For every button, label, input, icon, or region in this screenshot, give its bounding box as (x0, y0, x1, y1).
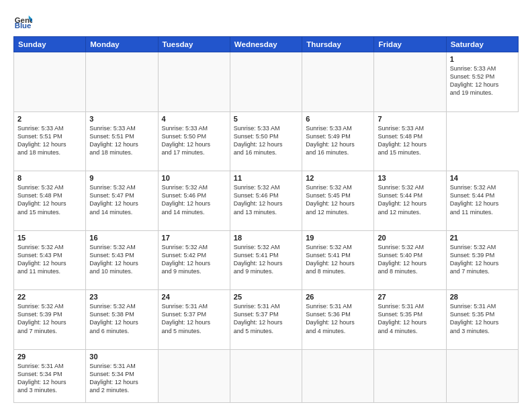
cell-info: Sunrise: 5:32 AMSunset: 5:38 PMDaylight:… (89, 303, 138, 334)
calendar-week-1: 2Sunrise: 5:33 AMSunset: 5:51 PMDaylight… (14, 111, 519, 171)
calendar-cell-empty (158, 52, 230, 112)
calendar-week-2: 8Sunrise: 5:32 AMSunset: 5:48 PMDaylight… (14, 171, 519, 231)
day-number: 19 (306, 234, 370, 242)
calendar-cell-18: 18Sunrise: 5:32 AMSunset: 5:41 PMDayligh… (230, 230, 302, 290)
calendar-cell-11: 11Sunrise: 5:32 AMSunset: 5:46 PMDayligh… (230, 171, 302, 231)
calendar-cell-5: 5Sunrise: 5:33 AMSunset: 5:50 PMDaylight… (230, 111, 302, 171)
page-header: General Blue (13, 11, 519, 30)
col-header-thursday: Thursday (302, 37, 374, 52)
calendar-cell-1: 1Sunrise: 5:33 AMSunset: 5:52 PMDaylight… (446, 52, 518, 112)
col-header-saturday: Saturday (446, 37, 518, 52)
cell-info: Sunrise: 5:32 AMSunset: 5:42 PMDaylight:… (162, 244, 211, 275)
calendar-cell-24: 24Sunrise: 5:31 AMSunset: 5:37 PMDayligh… (158, 290, 230, 350)
day-number: 10 (162, 174, 226, 182)
day-number: 28 (450, 293, 515, 301)
day-number: 5 (234, 115, 298, 123)
cell-info: Sunrise: 5:33 AMSunset: 5:49 PMDaylight:… (306, 125, 355, 156)
calendar-cell-empty (86, 52, 158, 112)
cell-info: Sunrise: 5:33 AMSunset: 5:51 PMDaylight:… (17, 125, 66, 156)
calendar-cell-21: 21Sunrise: 5:32 AMSunset: 5:39 PMDayligh… (446, 230, 518, 290)
calendar-week-4: 22Sunrise: 5:32 AMSunset: 5:39 PMDayligh… (14, 290, 519, 350)
day-number: 11 (234, 174, 298, 182)
calendar-cell-empty (302, 349, 374, 402)
cell-info: Sunrise: 5:32 AMSunset: 5:41 PMDaylight:… (306, 244, 355, 275)
cell-info: Sunrise: 5:32 AMSunset: 5:48 PMDaylight:… (17, 184, 66, 215)
calendar-cell-14: 14Sunrise: 5:32 AMSunset: 5:44 PMDayligh… (446, 171, 518, 231)
day-number: 30 (89, 353, 154, 361)
calendar-table: SundayMondayTuesdayWednesdayThursdayFrid… (13, 36, 519, 403)
day-number: 13 (378, 174, 442, 182)
calendar-week-3: 15Sunrise: 5:32 AMSunset: 5:43 PMDayligh… (14, 230, 519, 290)
cell-info: Sunrise: 5:32 AMSunset: 5:41 PMDaylight:… (234, 244, 283, 275)
calendar-cell-25: 25Sunrise: 5:31 AMSunset: 5:37 PMDayligh… (230, 290, 302, 350)
day-number: 3 (89, 115, 154, 123)
col-header-monday: Monday (86, 37, 158, 52)
day-number: 24 (162, 293, 226, 301)
day-number: 26 (306, 293, 370, 301)
calendar-cell-15: 15Sunrise: 5:32 AMSunset: 5:43 PMDayligh… (14, 230, 86, 290)
calendar-cell-16: 16Sunrise: 5:32 AMSunset: 5:43 PMDayligh… (86, 230, 158, 290)
cell-info: Sunrise: 5:31 AMSunset: 5:35 PMDaylight:… (378, 303, 427, 334)
cell-info: Sunrise: 5:31 AMSunset: 5:36 PMDaylight:… (306, 303, 355, 334)
calendar-cell-empty (374, 349, 446, 402)
col-header-tuesday: Tuesday (158, 37, 230, 52)
calendar-cell-3: 3Sunrise: 5:33 AMSunset: 5:51 PMDaylight… (86, 111, 158, 171)
cell-info: Sunrise: 5:32 AMSunset: 5:46 PMDaylight:… (162, 184, 211, 215)
calendar-cell-13: 13Sunrise: 5:32 AMSunset: 5:44 PMDayligh… (374, 171, 446, 231)
cell-info: Sunrise: 5:32 AMSunset: 5:39 PMDaylight:… (17, 303, 66, 334)
cell-info: Sunrise: 5:32 AMSunset: 5:45 PMDaylight:… (306, 184, 355, 215)
calendar-week-5: 29Sunrise: 5:31 AMSunset: 5:34 PMDayligh… (14, 349, 519, 402)
calendar-cell-empty (302, 52, 374, 112)
calendar-cell-23: 23Sunrise: 5:32 AMSunset: 5:38 PMDayligh… (86, 290, 158, 350)
cell-info: Sunrise: 5:33 AMSunset: 5:51 PMDaylight:… (89, 125, 138, 156)
cell-info: Sunrise: 5:31 AMSunset: 5:37 PMDaylight:… (234, 303, 283, 334)
cell-info: Sunrise: 5:33 AMSunset: 5:50 PMDaylight:… (234, 125, 283, 156)
calendar-cell-empty (14, 52, 86, 112)
cell-info: Sunrise: 5:32 AMSunset: 5:43 PMDaylight:… (89, 244, 138, 275)
cell-info: Sunrise: 5:33 AMSunset: 5:48 PMDaylight:… (378, 125, 427, 156)
calendar-cell-4: 4Sunrise: 5:33 AMSunset: 5:50 PMDaylight… (158, 111, 230, 171)
day-number: 21 (450, 234, 515, 242)
day-number: 12 (306, 174, 370, 182)
calendar-cell-12: 12Sunrise: 5:32 AMSunset: 5:45 PMDayligh… (302, 171, 374, 231)
day-number: 15 (17, 234, 82, 242)
calendar-cell-2: 2Sunrise: 5:33 AMSunset: 5:51 PMDaylight… (14, 111, 86, 171)
calendar-cell-20: 20Sunrise: 5:32 AMSunset: 5:40 PMDayligh… (374, 230, 446, 290)
day-number: 6 (306, 115, 370, 123)
calendar-cell-26: 26Sunrise: 5:31 AMSunset: 5:36 PMDayligh… (302, 290, 374, 350)
cell-info: Sunrise: 5:32 AMSunset: 5:39 PMDaylight:… (450, 244, 499, 275)
cell-info: Sunrise: 5:32 AMSunset: 5:44 PMDaylight:… (378, 184, 427, 215)
calendar-cell-7: 7Sunrise: 5:33 AMSunset: 5:48 PMDaylight… (374, 111, 446, 171)
cell-info: Sunrise: 5:33 AMSunset: 5:50 PMDaylight:… (162, 125, 211, 156)
day-number: 7 (378, 115, 442, 123)
svg-text:Blue: Blue (15, 21, 32, 30)
logo: General Blue (13, 11, 35, 30)
cell-info: Sunrise: 5:31 AMSunset: 5:35 PMDaylight:… (450, 303, 499, 334)
col-header-friday: Friday (374, 37, 446, 52)
calendar-cell-empty (374, 52, 446, 112)
cell-info: Sunrise: 5:32 AMSunset: 5:43 PMDaylight:… (17, 244, 66, 275)
cell-info: Sunrise: 5:33 AMSunset: 5:52 PMDaylight:… (450, 65, 499, 96)
calendar-cell-empty (446, 349, 518, 402)
calendar-cell-empty (230, 349, 302, 402)
day-number: 18 (234, 234, 298, 242)
cell-info: Sunrise: 5:31 AMSunset: 5:34 PMDaylight:… (17, 363, 66, 394)
day-number: 25 (234, 293, 298, 301)
day-number: 16 (89, 234, 154, 242)
calendar-cell-17: 17Sunrise: 5:32 AMSunset: 5:42 PMDayligh… (158, 230, 230, 290)
day-number: 23 (89, 293, 154, 301)
day-number: 17 (162, 234, 226, 242)
cell-info: Sunrise: 5:31 AMSunset: 5:37 PMDaylight:… (162, 303, 211, 334)
calendar-cell-6: 6Sunrise: 5:33 AMSunset: 5:49 PMDaylight… (302, 111, 374, 171)
header-row: SundayMondayTuesdayWednesdayThursdayFrid… (14, 37, 519, 52)
cell-info: Sunrise: 5:32 AMSunset: 5:47 PMDaylight:… (89, 184, 138, 215)
day-number: 20 (378, 234, 442, 242)
day-number: 9 (89, 174, 154, 182)
cell-info: Sunrise: 5:31 AMSunset: 5:34 PMDaylight:… (89, 363, 138, 394)
calendar-cell-28: 28Sunrise: 5:31 AMSunset: 5:35 PMDayligh… (446, 290, 518, 350)
cell-info: Sunrise: 5:32 AMSunset: 5:40 PMDaylight:… (378, 244, 427, 275)
day-number: 8 (17, 174, 82, 182)
calendar-cell-empty (230, 52, 302, 112)
calendar-cell-27: 27Sunrise: 5:31 AMSunset: 5:35 PMDayligh… (374, 290, 446, 350)
calendar-cell-empty (158, 349, 230, 402)
